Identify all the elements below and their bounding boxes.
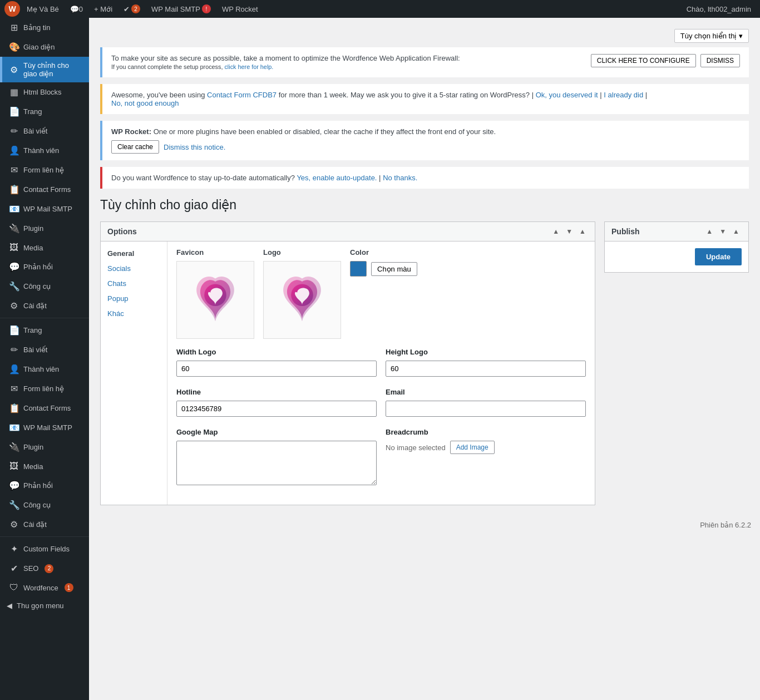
new-button[interactable]: + Mới	[90, 0, 117, 18]
add-image-button[interactable]: Add Image	[450, 441, 495, 454]
publish-down-button[interactable]: ▼	[717, 226, 728, 236]
contact-form-link[interactable]: Contact Form CFDB7	[207, 91, 277, 99]
sidebar-item-html-blocks[interactable]: ▦ Html Blocks	[0, 82, 89, 102]
hotline-label: Hotline	[176, 388, 377, 396]
breadcrumb-row: No image selected Add Image	[386, 441, 586, 454]
publish-actions: Update	[611, 248, 742, 265]
nav-socials[interactable]: Socials	[101, 261, 167, 276]
sidebar-item-tuy-chinh[interactable]: ⚙ Tùy chỉnh cho giao diện	[0, 57, 89, 82]
smtp2-icon: 📧	[9, 422, 19, 433]
nav-khac[interactable]: Khác	[101, 306, 167, 321]
color-swatch[interactable]	[350, 261, 367, 277]
sidebar-item-thanh-vien2[interactable]: 👤 Thành viên	[0, 359, 89, 379]
comments-link[interactable]: 💬 0	[66, 0, 87, 18]
wordfence-icon: 🛡	[9, 583, 19, 593]
clear-cache-button[interactable]: Clear cache	[111, 140, 159, 154]
settings2-icon: ⚙	[9, 300, 19, 311]
appearance-icon: 🎨	[9, 42, 19, 52]
sidebar-item-phan-hoi[interactable]: 💬 Phản hồi	[0, 257, 89, 277]
sidebar-item-wordfence[interactable]: 🛡 Wordfence 1	[0, 578, 89, 597]
collapse-menu[interactable]: ◀ Thu gọn menu	[0, 597, 89, 614]
sidebar-item-cong-cu[interactable]: 🔧 Công cụ	[0, 277, 89, 296]
custom-fields-icon: ✦	[9, 544, 19, 554]
hotline-group: Hotline	[176, 388, 377, 417]
sidebar-item-seo[interactable]: ✔ SEO 2	[0, 559, 89, 578]
sidebar-item-giao-dien[interactable]: 🎨 Giao diện	[0, 37, 89, 57]
sidebar-item-bang-tin[interactable]: ⊞ Bảng tin	[0, 18, 89, 37]
publish-panel-body: Update	[605, 241, 748, 272]
sidebar-item-thanh-vien[interactable]: 👤 Thành viên	[0, 141, 89, 160]
options-panel-header: Options ▲ ▼ ▲	[101, 222, 595, 241]
choose-color-button[interactable]: Chọn màu	[371, 262, 417, 276]
wordfence-help-link[interactable]: click here for help.	[224, 63, 273, 70]
sidebar-item-wp-mail-smtp[interactable]: 📧 WP Mail SMTP	[0, 199, 89, 219]
panel-minimize-button[interactable]: ▲	[577, 226, 588, 236]
sidebar-item-cai-dat[interactable]: ⚙ Cài đặt	[0, 296, 89, 316]
sidebar-item-contact-forms2[interactable]: 📋 Contact Forms	[0, 398, 89, 418]
publish-panel-controls: ▲ ▼ ▲	[704, 226, 742, 236]
height-logo-input[interactable]	[386, 361, 586, 377]
favicon-col: Favicon	[176, 248, 254, 339]
page-title: Tùy chỉnh cho giao diện	[100, 198, 749, 213]
not-good-enough-link[interactable]: No, not good enough	[111, 99, 179, 107]
post-icon: ✏	[9, 126, 19, 136]
sidebar-item-trang[interactable]: 📄 Trang	[0, 102, 89, 121]
tools-icon: 🔧	[9, 281, 19, 292]
width-logo-input[interactable]	[176, 361, 377, 377]
wp-rocket-link[interactable]: WP Rocket	[218, 0, 263, 18]
sidebar-item-wp-mail-smtp2[interactable]: 📧 WP Mail SMTP	[0, 418, 89, 437]
rating-notice-content: Awesome, you've been using Contact Form …	[111, 91, 647, 107]
sidebar-item-cong-cu2[interactable]: 🔧 Công cụ	[0, 495, 89, 515]
sidebar: ⊞ Bảng tin 🎨 Giao diện ⚙ Tùy chỉnh cho g…	[0, 18, 89, 700]
options-inner: General Socials Chats Popup Khác	[101, 241, 595, 505]
wp-logo[interactable]: W	[4, 1, 20, 17]
sidebar-item-contact-forms[interactable]: 📋 Contact Forms	[0, 180, 89, 199]
publish-up-button[interactable]: ▲	[704, 226, 715, 236]
no-thanks-link[interactable]: No thanks.	[383, 174, 417, 182]
sidebar-item-form-lien-he[interactable]: ✉ Form liên hệ	[0, 160, 89, 180]
sidebar-item-bai-viet2[interactable]: ✏ Bài viết	[0, 340, 89, 359]
publish-panel-header: Publish ▲ ▼ ▲	[605, 222, 748, 241]
wp-mail-smtp-link[interactable]: WP Mail SMTP !	[147, 0, 215, 18]
comments2-icon: 💬	[9, 480, 19, 491]
sidebar-item-trang2[interactable]: 📄 Trang	[0, 321, 89, 340]
sidebar-item-form-lien-he2[interactable]: ✉ Form liên hệ	[0, 379, 89, 398]
click-here-configure-button[interactable]: CLICK HERE TO CONFIGURE	[591, 54, 696, 67]
content-grid: Options ▲ ▼ ▲ General	[100, 221, 749, 505]
options-panel-body: General Socials Chats Popup Khác	[101, 241, 595, 505]
ok-deserved-link[interactable]: Ok, you deserved it	[536, 91, 598, 99]
logo-image-box[interactable]	[263, 261, 341, 339]
sidebar-item-bai-viet[interactable]: ✏ Bài viết	[0, 121, 89, 141]
nav-popup[interactable]: Popup	[101, 291, 167, 306]
logo-svg	[272, 269, 333, 331]
sidebar-item-media[interactable]: 🖼 Media	[0, 238, 89, 257]
seo-icon: ✔	[9, 563, 19, 574]
sidebar-item-media2[interactable]: 🖼 Media	[0, 457, 89, 476]
google-map-label: Google Map	[176, 428, 377, 436]
update-button[interactable]: Update	[695, 248, 742, 265]
yoast-seo-link[interactable]: ✔ 2	[119, 0, 145, 18]
dismiss-rocket-notice-link[interactable]: Dismiss this notice.	[164, 143, 225, 151]
dismiss-firewall-button[interactable]: DISMISS	[700, 54, 740, 67]
panel-down-button[interactable]: ▼	[564, 226, 575, 236]
greeting[interactable]: Chào, lth002_admin	[682, 0, 756, 18]
sidebar-item-plugin2[interactable]: 🔌 Plugin	[0, 437, 89, 457]
sidebar-item-cai-dat2[interactable]: ⚙ Cài đặt	[0, 515, 89, 534]
email-input[interactable]	[386, 401, 586, 417]
sidebar-item-phan-hoi2[interactable]: 💬 Phản hồi	[0, 476, 89, 495]
panel-up-button[interactable]: ▲	[550, 226, 561, 236]
sidebar-item-custom-fields[interactable]: ✦ Custom Fields	[0, 539, 89, 559]
site-name[interactable]: Mẹ Và Bé	[22, 0, 63, 18]
google-map-textarea[interactable]	[176, 441, 377, 485]
favicon-image-box[interactable]	[176, 261, 254, 339]
enable-auto-update-link[interactable]: Yes, enable auto-update.	[297, 174, 377, 182]
publish-minimize-button[interactable]: ▲	[731, 226, 742, 236]
options-nav: General Socials Chats Popup Khác	[101, 241, 167, 505]
nav-chats[interactable]: Chats	[101, 276, 167, 291]
already-did-link[interactable]: I already did	[604, 91, 643, 99]
hotline-input[interactable]	[176, 401, 377, 417]
user2-icon: 👤	[9, 364, 19, 374]
panel-controls: ▲ ▼ ▲	[550, 226, 588, 236]
screen-options-button[interactable]: Tùy chọn hiển thị ▾	[674, 29, 749, 43]
sidebar-item-plugin[interactable]: 🔌 Plugin	[0, 219, 89, 238]
